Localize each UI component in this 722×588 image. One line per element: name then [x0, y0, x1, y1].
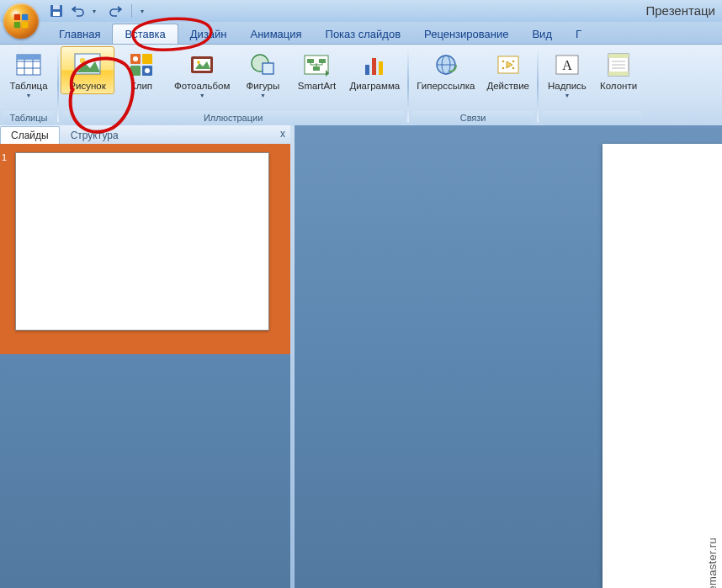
svg-rect-0 — [14, 14, 20, 20]
ribbon-group-links: Гиперссылка Действие Связи — [409, 45, 537, 125]
pane-tab-outline[interactable]: Структура — [60, 126, 130, 144]
textbox-icon: A — [553, 50, 581, 79]
svg-point-19 — [133, 56, 138, 61]
svg-point-38 — [512, 61, 514, 63]
slides-pane: Слайды Структура x 1 — [0, 125, 290, 588]
svg-rect-5 — [53, 5, 60, 9]
svg-point-39 — [502, 67, 504, 70]
photoalbum-icon — [188, 50, 216, 79]
action-button[interactable]: Действие — [480, 46, 535, 94]
tab-animation[interactable]: Анимация — [239, 24, 314, 44]
picture-button[interactable]: Рисунок — [61, 46, 114, 94]
svg-rect-28 — [319, 59, 326, 63]
chevron-down-icon: ▼ — [260, 93, 266, 98]
window-title: Презентаци — [646, 3, 716, 18]
group-label-illustrations: Иллюстрации — [62, 111, 404, 125]
action-label: Действие — [486, 81, 529, 92]
shapes-icon — [248, 50, 277, 79]
clip-icon — [127, 50, 156, 79]
office-button[interactable] — [3, 3, 39, 39]
undo-dropdown-icon[interactable]: ▾ — [93, 8, 101, 15]
save-icon[interactable] — [49, 3, 64, 19]
table-label: Таблица — [9, 81, 47, 92]
qat-separator — [131, 4, 132, 18]
chevron-down-icon: ▼ — [199, 93, 205, 98]
textbox-label: Надпись — [548, 81, 587, 92]
svg-text:A: A — [562, 58, 572, 72]
ribbon-group-tables: Таблица ▼ Таблицы — [0, 45, 57, 125]
ribbon-group-illustrations: Рисунок Клип Фотоальбом ▼ Фигуры — [59, 45, 407, 125]
slide-thumbnail[interactable] — [15, 152, 269, 331]
hyperlink-icon — [432, 50, 460, 79]
pane-tabs: Слайды Структура x — [0, 125, 290, 145]
chart-icon — [360, 50, 389, 79]
smartart-button[interactable]: SmartArt — [289, 46, 343, 94]
qat-customize-icon[interactable]: ▾ — [141, 8, 149, 15]
pane-tab-slides[interactable]: Слайды — [0, 126, 60, 145]
svg-rect-32 — [379, 61, 383, 75]
smartart-icon — [302, 50, 331, 79]
headerfooter-label: Колонти — [600, 81, 637, 92]
svg-rect-6 — [53, 12, 60, 16]
smartart-label: SmartArt — [298, 81, 336, 92]
svg-point-23 — [197, 61, 200, 64]
tab-design[interactable]: Дизайн — [178, 24, 239, 44]
ribbon: Таблица ▼ Таблицы Рисунок Клип — [0, 45, 722, 126]
svg-point-20 — [145, 68, 150, 73]
tab-view[interactable]: Вид — [520, 24, 564, 44]
chevron-down-icon: ▼ — [26, 93, 32, 98]
clip-button[interactable]: Клип — [114, 46, 168, 94]
tab-slideshow[interactable]: Показ слайдов — [314, 24, 413, 44]
table-icon — [14, 50, 43, 79]
svg-rect-3 — [22, 22, 28, 28]
redo-icon[interactable] — [108, 3, 123, 19]
title-bar: ▾ ▾ Презентаци — [0, 0, 722, 22]
picture-icon — [73, 50, 102, 79]
headerfooter-button[interactable]: Колонти — [594, 46, 643, 94]
action-icon — [494, 50, 523, 79]
clip-label: Клип — [130, 81, 152, 92]
table-button[interactable]: Таблица ▼ — [2, 46, 56, 101]
chart-button[interactable]: Диаграмма — [343, 46, 406, 94]
quick-access-toolbar: ▾ ▾ — [49, 0, 149, 22]
svg-rect-12 — [17, 55, 40, 60]
headerfooter-icon — [604, 50, 633, 79]
slide-canvas[interactable] — [603, 144, 722, 588]
tab-home[interactable]: Главная — [47, 24, 112, 44]
svg-point-37 — [502, 61, 504, 63]
workspace: Слайды Структура x 1 — [0, 125, 722, 588]
hyperlink-button[interactable]: Гиперссылка — [411, 46, 480, 94]
shapes-button[interactable]: Фигуры ▼ — [236, 46, 289, 101]
svg-rect-1 — [22, 14, 28, 20]
photoalbum-button[interactable]: Фотоальбом ▼ — [168, 46, 236, 101]
pane-splitter[interactable] — [290, 125, 295, 588]
svg-point-14 — [80, 58, 85, 63]
pane-close-icon[interactable]: x — [280, 128, 285, 140]
svg-rect-27 — [307, 59, 314, 63]
chart-label: Диаграмма — [349, 81, 400, 92]
svg-rect-46 — [608, 72, 629, 76]
chevron-down-icon: ▼ — [565, 93, 571, 98]
photoalbum-label: Фотоальбом — [174, 81, 230, 92]
group-label-links: Связи — [412, 111, 534, 125]
group-label-tables: Таблицы — [3, 111, 54, 125]
svg-rect-45 — [608, 54, 629, 58]
ribbon-tabs: Главная Вставка Дизайн Анимация Показ сл… — [0, 22, 722, 45]
ribbon-group-text: A Надпись ▼ Колонти — [539, 45, 645, 125]
tab-extra[interactable]: Г — [564, 24, 593, 44]
svg-rect-2 — [14, 22, 20, 28]
svg-rect-16 — [142, 54, 152, 64]
svg-point-40 — [512, 67, 514, 70]
hyperlink-label: Гиперссылка — [417, 81, 475, 92]
textbox-button[interactable]: A Надпись ▼ — [540, 46, 594, 101]
watermark: grodite.livemaster.ru — [706, 538, 719, 588]
picture-label: Рисунок — [69, 81, 105, 92]
slide-number: 1 — [2, 152, 7, 162]
tab-insert[interactable]: Вставка — [112, 24, 178, 44]
tab-review[interactable]: Рецензирование — [412, 24, 520, 44]
svg-rect-31 — [372, 58, 376, 75]
svg-rect-25 — [263, 63, 273, 74]
undo-icon[interactable] — [71, 3, 86, 19]
group-label-text — [542, 111, 641, 125]
svg-rect-17 — [130, 66, 141, 76]
